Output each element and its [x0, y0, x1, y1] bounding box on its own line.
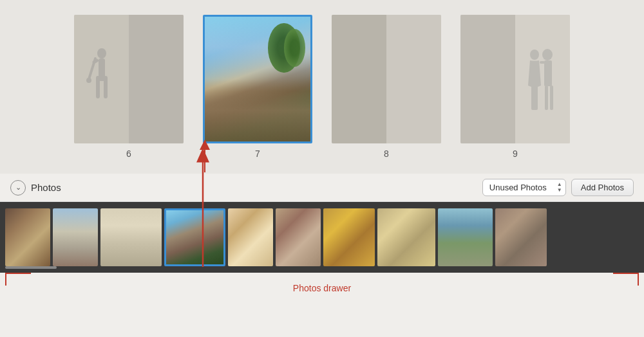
svg-rect-3	[104, 76, 108, 98]
bracket-left-vertical	[5, 273, 6, 286]
photo-thumb-4[interactable]	[164, 208, 225, 266]
page-9-number: 9	[513, 149, 518, 159]
photo-thumb-7[interactable]	[323, 208, 375, 266]
photo-thumb-5[interactable]	[228, 208, 273, 266]
musician-silhouette	[86, 47, 118, 111]
photos-bar-header: ⌄ Photos Unused Photos All Photos ▲ ▼ Ad…	[0, 174, 644, 202]
page-8-thumb[interactable]: 8	[332, 15, 441, 159]
photos-bar-right-controls: Unused Photos All Photos ▲ ▼ Add Photos	[482, 179, 634, 196]
bracket-left-horizontal	[5, 273, 31, 274]
app-container: 6 7 8	[0, 0, 644, 337]
svg-point-12	[530, 50, 539, 60]
page-7-thumb[interactable]: 7	[203, 15, 312, 159]
svg-rect-11	[550, 86, 553, 110]
add-photos-button[interactable]: Add Photos	[571, 179, 634, 196]
photo-thumb-10[interactable]	[495, 208, 547, 266]
photo-thumb-2[interactable]	[53, 208, 98, 266]
filter-select-wrapper[interactable]: Unused Photos All Photos ▲ ▼	[482, 179, 566, 196]
svg-point-7	[542, 49, 553, 60]
svg-rect-8	[544, 60, 552, 86]
photo-thumb-6[interactable]	[276, 208, 321, 266]
page-6-thumb[interactable]: 6	[74, 15, 184, 159]
photo-thumb-8[interactable]	[377, 208, 435, 266]
photos-section-label: Photos	[31, 182, 61, 193]
svg-rect-10	[545, 86, 548, 110]
svg-rect-9	[540, 61, 545, 64]
page-9-thumb[interactable]: 9	[460, 15, 570, 159]
wedding-couple-silhouette	[520, 47, 565, 111]
drawer-scrollbar[interactable]	[5, 266, 57, 269]
pages-area: 6 7 8	[0, 0, 644, 174]
filter-dropdown[interactable]: Unused Photos All Photos	[482, 179, 566, 196]
photos-drawer-container: Photos drawer	[0, 202, 644, 298]
svg-line-5	[89, 59, 95, 79]
bracket-right-vertical	[638, 273, 639, 286]
bracket-right-horizontal	[613, 273, 639, 274]
page-8-number: 8	[384, 149, 389, 159]
page-6-number: 6	[126, 149, 131, 159]
photos-toggle-button[interactable]: ⌄	[10, 180, 26, 196]
svg-rect-4	[96, 76, 100, 98]
photo-thumb-3[interactable]	[100, 208, 162, 266]
bottom-annotation: Photos drawer	[0, 273, 644, 298]
svg-rect-13	[531, 86, 538, 110]
photos-drawer-label: Photos drawer	[293, 283, 351, 293]
photo-thumb-1[interactable]	[5, 208, 50, 266]
chevron-down-icon: ⌄	[15, 183, 21, 192]
photo-thumb-9[interactable]	[438, 208, 493, 266]
page-7-number: 7	[255, 149, 260, 159]
svg-point-6	[86, 78, 91, 83]
photos-drawer	[0, 202, 644, 273]
svg-point-0	[97, 48, 106, 59]
